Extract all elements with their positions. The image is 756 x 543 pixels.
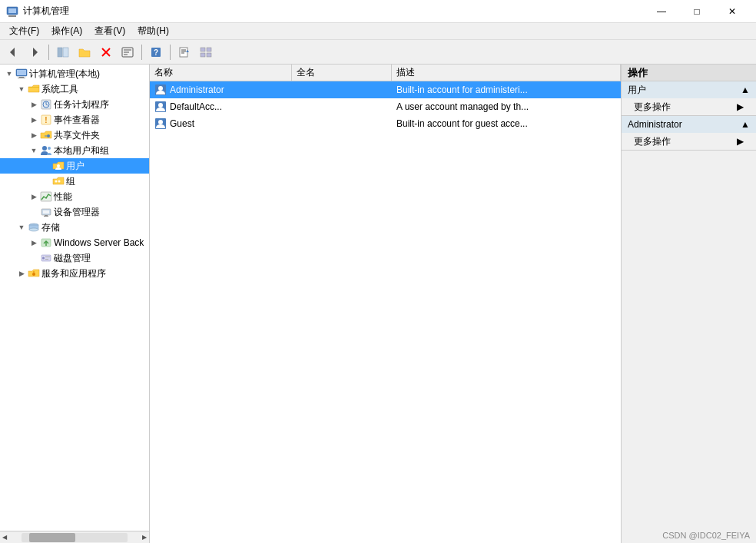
close-button[interactable]: ✕ xyxy=(715,0,750,23)
show-tree-button[interactable] xyxy=(53,42,73,62)
actions-more-users[interactable]: 更多操作 ▶ xyxy=(622,98,756,115)
tree-item-event-viewer[interactable]: ▶ ! 事件查看器 xyxy=(0,112,149,127)
tree-label-task: 任务计划程序 xyxy=(54,98,109,111)
expander-services[interactable]: ▶ xyxy=(15,267,28,280)
toolbar: ? xyxy=(0,40,756,65)
right-panel: 操作 用户 ▲ 更多操作 ▶ Administrator ▲ 更多操作 ▶ xyxy=(622,65,756,543)
menu-view[interactable]: 查看(V) xyxy=(88,23,131,39)
svg-point-40 xyxy=(58,180,61,183)
tree-item-disk-mgmt[interactable]: ▶ 磁盘管理 xyxy=(0,250,149,266)
list-header: 名称 全名 描述 xyxy=(150,65,621,81)
tree-item-windows-backup[interactable]: ▶ Windows Server Back xyxy=(0,235,149,250)
tree-item-local-users[interactable]: ▼ 本地用户和组 xyxy=(0,143,149,158)
export-button[interactable] xyxy=(174,42,194,62)
minimize-button[interactable]: — xyxy=(644,0,679,23)
window-title: 计算机管理 xyxy=(23,5,69,18)
forward-button[interactable] xyxy=(25,42,45,62)
user-icon-defaultacc xyxy=(154,101,167,113)
expander-perf[interactable]: ▶ xyxy=(28,190,40,203)
section-header-admin-label: Administrator xyxy=(628,119,682,130)
tree-item-device-manager[interactable]: ▶ 设备管理器 xyxy=(0,204,149,220)
actions-more-admin[interactable]: 更多操作 ▶ xyxy=(622,133,756,150)
svg-rect-27 xyxy=(18,78,25,78)
expander-backup[interactable]: ▶ xyxy=(28,237,40,249)
svg-marker-3 xyxy=(10,48,15,57)
actions-title-text: 操作 xyxy=(628,66,648,80)
performance-icon xyxy=(40,190,52,203)
list-row-defaultacc[interactable]: DefaultAcc... A user account managed by … xyxy=(150,98,621,115)
title-bar: 计算机管理 — □ ✕ xyxy=(0,0,756,23)
expander-storage[interactable]: ▼ xyxy=(15,221,28,233)
col-header-desc[interactable]: 描述 xyxy=(392,65,621,81)
users-folder-icon xyxy=(52,160,65,172)
svg-rect-1 xyxy=(8,15,16,17)
svg-rect-54 xyxy=(45,259,48,260)
expander-local-users[interactable]: ▼ xyxy=(28,144,40,157)
cell-desc-administrator: Built-in account for administeri... xyxy=(392,81,621,98)
menu-file[interactable]: 文件(F) xyxy=(3,23,45,39)
tree-item-task-scheduler[interactable]: ▶ 任务计划程序 xyxy=(0,97,149,112)
tree-label-storage: 存储 xyxy=(41,221,60,234)
svg-rect-21 xyxy=(207,48,211,51)
delete-button[interactable] xyxy=(96,42,116,62)
actions-section-administrator: Administrator ▲ 更多操作 ▶ xyxy=(622,116,756,151)
expander-root[interactable]: ▼ xyxy=(3,68,15,80)
arrow-icon-admin: ▶ xyxy=(737,136,744,147)
storage-icon xyxy=(28,221,40,233)
user-icon-administrator xyxy=(154,84,167,96)
properties-button[interactable] xyxy=(118,42,138,62)
tree-item-root[interactable]: ▼ 计算机管理(本地) xyxy=(0,66,149,81)
view-button[interactable] xyxy=(196,42,216,62)
tree-label-backup: Windows Server Back xyxy=(54,237,144,248)
list-body[interactable]: Administrator Built-in account for admin… xyxy=(150,81,621,543)
svg-rect-6 xyxy=(63,48,68,57)
center-panel: 名称 全名 描述 Adm xyxy=(150,65,622,543)
cell-name-administrator: Administrator xyxy=(150,81,292,98)
svg-point-34 xyxy=(47,134,50,137)
user-icon-guest xyxy=(154,118,167,130)
cell-fullname-guest xyxy=(292,115,392,132)
menu-help[interactable]: 帮助(H) xyxy=(131,23,175,39)
actions-section-header-admin[interactable]: Administrator ▲ xyxy=(622,116,756,133)
svg-point-48 xyxy=(29,228,38,231)
tree-container[interactable]: ▼ 计算机管理(本地) ▼ xyxy=(0,65,149,531)
left-scrollbar[interactable]: ◀ ▶ xyxy=(0,531,149,543)
svg-point-36 xyxy=(42,146,47,151)
tree-item-services[interactable]: ▶ 服务和应用程序 xyxy=(0,266,149,281)
expander-system-tools[interactable]: ▼ xyxy=(15,83,28,95)
actions-section-header-users[interactable]: 用户 ▲ xyxy=(622,81,756,98)
tree-item-storage[interactable]: ▼ 存储 xyxy=(0,220,149,235)
list-row-administrator[interactable]: Administrator Built-in account for admin… xyxy=(150,81,621,98)
groups-folder-icon xyxy=(52,175,65,187)
list-row-guest[interactable]: Guest Built-in account for guest acce... xyxy=(150,115,621,132)
expander-event[interactable]: ▶ xyxy=(28,114,40,126)
maximize-button[interactable]: □ xyxy=(679,0,715,23)
tree-item-users[interactable]: ▶ 用户 xyxy=(0,158,149,174)
col-header-fullname[interactable]: 全名 xyxy=(292,65,392,81)
folder-button[interactable] xyxy=(75,42,94,62)
tree-item-system-tools[interactable]: ▼ 系统工具 xyxy=(0,81,149,97)
system-tools-icon xyxy=(28,83,40,95)
horizontal-scrollbar-track[interactable] xyxy=(22,533,128,542)
tree-label-users: 用户 xyxy=(66,160,85,173)
computer-icon xyxy=(15,68,28,80)
toolbar-sep-3 xyxy=(170,45,171,60)
help-button[interactable]: ? xyxy=(146,42,166,62)
col-header-name[interactable]: 名称 xyxy=(150,65,292,81)
expander-task[interactable]: ▶ xyxy=(28,98,40,111)
tree-item-performance[interactable]: ▶ 性能 xyxy=(0,189,149,204)
horizontal-scrollbar-thumb[interactable] xyxy=(29,533,75,542)
expander-shared[interactable]: ▶ xyxy=(28,129,40,141)
cell-name-defaultacc: DefaultAcc... xyxy=(150,98,292,115)
cell-desc-guest: Built-in account for guest acce... xyxy=(392,115,621,132)
app-icon xyxy=(6,5,18,18)
tree-label-disk: 磁盘管理 xyxy=(54,252,91,265)
tree-item-groups[interactable]: ▶ 组 xyxy=(0,174,149,189)
section-header-users-label: 用户 xyxy=(628,84,646,97)
task-icon xyxy=(40,98,52,111)
back-button[interactable] xyxy=(3,42,23,62)
menu-action[interactable]: 操作(A) xyxy=(45,23,88,39)
disk-icon xyxy=(40,252,52,264)
tree-item-shared-folders[interactable]: ▶ 共享文件夹 xyxy=(0,127,149,143)
svg-point-39 xyxy=(55,180,58,183)
